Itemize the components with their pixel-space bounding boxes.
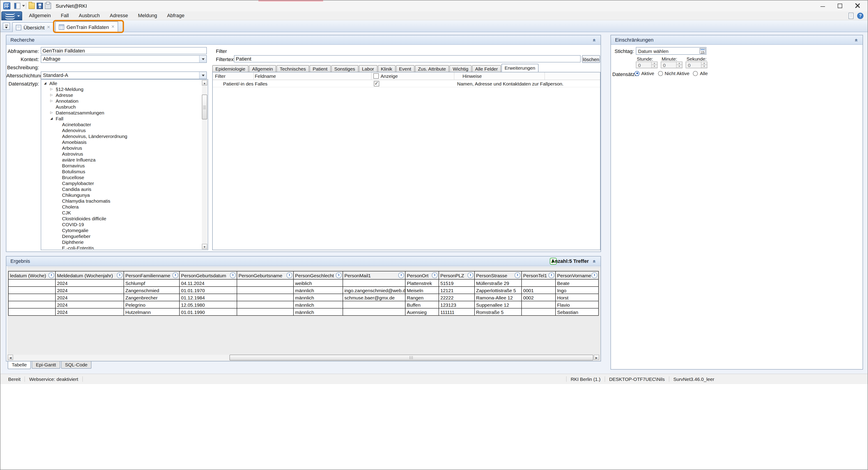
open-icon[interactable] xyxy=(29,3,35,9)
abfragename-input[interactable] xyxy=(41,47,207,54)
scroll-left-icon[interactable] xyxy=(8,355,13,360)
radio-option[interactable]: Aktive xyxy=(634,70,654,76)
cell-geburtsdatum[interactable]: 01.01.1970 xyxy=(180,287,237,294)
filter-tab[interactable]: Technisches xyxy=(277,65,309,72)
result-horizontal-scrollbar[interactable] xyxy=(8,355,599,361)
titlebar[interactable]: SurvNet@RKI xyxy=(0,0,868,11)
cell-geburtsname[interactable] xyxy=(237,301,293,308)
document-icon[interactable] xyxy=(848,13,854,19)
minimize-button[interactable] xyxy=(814,0,831,11)
tree-item[interactable]: Astrovirus xyxy=(42,151,202,157)
result-column-header[interactable]: PersonFamilienname xyxy=(124,271,180,279)
collapse-panel-icon[interactable] xyxy=(854,37,860,43)
tree-item[interactable]: Chikungunya xyxy=(42,192,202,198)
result-column-header[interactable]: PersonGeburtsname xyxy=(237,271,293,279)
cell-strasse[interactable]: Müllerstraße 29 xyxy=(474,279,522,287)
tree-item[interactable]: Annotation xyxy=(42,98,202,103)
tree-expander-icon[interactable] xyxy=(44,80,49,86)
tree-item[interactable]: Fall xyxy=(42,115,202,121)
cell-tel[interactable]: 0001 xyxy=(522,287,556,294)
cell-ort[interactable]: Rangen xyxy=(405,294,439,301)
toolbar-dropdown-caret-icon[interactable] xyxy=(22,5,25,7)
cell-vorname[interactable]: Flavio xyxy=(556,301,598,308)
scrollbar-thumb[interactable] xyxy=(229,355,593,361)
tree-item[interactable]: Alle xyxy=(42,80,202,86)
tree-item[interactable]: Botulismus xyxy=(42,168,202,174)
column-filter-icon[interactable] xyxy=(432,272,438,278)
tree-item[interactable]: Adenovirus xyxy=(42,127,202,133)
kontext-combobox[interactable]: Abfrage xyxy=(41,55,207,63)
cell-geschlecht[interactable]: männlich xyxy=(293,301,343,308)
result-column-header[interactable]: PersonGeschlecht xyxy=(293,271,343,279)
view-tab[interactable]: Epi-Gantt xyxy=(32,362,60,369)
filter-tab[interactable]: Allgemein xyxy=(249,65,276,72)
cell-ort[interactable]: Plattenstrek xyxy=(405,279,439,287)
tree-item[interactable]: Candida auris xyxy=(42,186,202,192)
cell-vorname[interactable]: Ingo xyxy=(556,287,598,294)
result-column-header[interactable]: PersonStrasse xyxy=(474,271,522,279)
tree-item[interactable]: §12-Meldung xyxy=(42,86,202,92)
cell-geschlecht[interactable]: männlich xyxy=(293,294,343,301)
tree-item[interactable]: Arbovirus xyxy=(42,145,202,151)
stepper-arrows[interactable] xyxy=(701,62,707,68)
filter-tab[interactable]: Epidemiologie xyxy=(212,65,248,72)
step-down-icon[interactable] xyxy=(677,65,682,68)
column-filter-icon[interactable] xyxy=(467,272,473,278)
result-column-header[interactable]: PersonTel1 xyxy=(522,271,556,279)
collapse-panel-icon[interactable] xyxy=(592,37,598,43)
cell-mail[interactable] xyxy=(343,279,405,287)
cell-familienname[interactable]: Pelegrino xyxy=(124,301,180,308)
datensatztyp-tree[interactable]: Alle §12-Meldung Adresse Annotat xyxy=(41,79,208,250)
cell-vorname[interactable]: Sebastian xyxy=(556,308,598,315)
cell-mail[interactable] xyxy=(343,301,405,308)
notebook-icon[interactable] xyxy=(14,3,20,9)
cell-mail[interactable]: schmuse.baer@gmx.de xyxy=(343,294,405,301)
tree-item[interactable]: Acinetobacter xyxy=(42,121,202,127)
cell-geburtsdatum[interactable]: 12.05.1980 xyxy=(180,301,237,308)
save-icon[interactable] xyxy=(37,3,43,9)
cell-geschlecht[interactable]: männlich xyxy=(293,287,343,294)
cell-meldedatum-wochenjahr[interactable]: 2024 xyxy=(56,287,124,294)
cell-meldedatum-woche[interactable] xyxy=(8,308,56,315)
tree-item[interactable]: Cholera xyxy=(42,203,202,210)
tree-item[interactable]: aviäre Influenza xyxy=(42,157,202,162)
view-tab[interactable]: Tabelle xyxy=(8,362,31,369)
menu-item[interactable]: Ausbruch xyxy=(74,11,105,20)
step-up-icon[interactable] xyxy=(677,62,682,65)
cell-vorname[interactable]: Beate xyxy=(556,279,598,287)
cell-meldedatum-wochenjahr[interactable]: 2024 xyxy=(56,301,124,308)
tree-expander-icon[interactable] xyxy=(50,98,55,103)
column-filter-icon[interactable] xyxy=(336,272,342,278)
cell-plz[interactable]: 12121 xyxy=(439,287,474,294)
result-column-header[interactable]: PersonOrt xyxy=(405,271,439,279)
tree-item[interactable]: Chlamydia trachomatis xyxy=(42,198,202,203)
cell-geburtsname[interactable] xyxy=(237,294,293,301)
sekunde-stepper[interactable]: 0 xyxy=(686,62,707,68)
scrollbar-thumb[interactable] xyxy=(202,95,207,119)
column-filter-icon[interactable] xyxy=(117,272,123,278)
cell-geburtsdatum[interactable]: 01.01.1990 xyxy=(180,308,237,315)
scroll-right-icon[interactable] xyxy=(594,355,599,360)
filter-tab[interactable]: Sonstiges xyxy=(331,65,358,72)
cell-mail[interactable]: ingo.zangenschmied@web.de xyxy=(343,287,405,294)
cell-geburtsname[interactable] xyxy=(237,279,293,287)
filter-tab[interactable]: Zus. Attribute xyxy=(415,65,449,72)
tab-list-dropdown-button[interactable] xyxy=(3,23,10,30)
column-filter-icon[interactable] xyxy=(549,272,554,278)
tree-expander-icon[interactable] xyxy=(50,86,55,92)
calendar-icon[interactable]: 15 xyxy=(700,48,706,54)
scroll-down-icon[interactable] xyxy=(202,244,207,249)
tree-expander-icon[interactable] xyxy=(50,92,55,98)
tree-item[interactable]: Amoebiasis xyxy=(42,139,202,145)
cell-ort[interactable]: Auensieg xyxy=(405,308,439,315)
cell-ort[interactable]: Buffen xyxy=(405,301,439,308)
maximize-button[interactable] xyxy=(831,0,848,11)
tab-uebersicht[interactable]: Übersicht xyxy=(12,22,54,32)
cell-meldedatum-wochenjahr[interactable]: 2024 xyxy=(56,279,124,287)
tree-item[interactable]: Ausbruch xyxy=(42,103,202,109)
close-button[interactable] xyxy=(848,0,866,11)
tree-item[interactable]: Datensatzsammlungen xyxy=(42,109,202,115)
column-filter-icon[interactable] xyxy=(230,272,236,278)
filter-tab[interactable]: Wichtig xyxy=(450,65,471,72)
column-filter-icon[interactable] xyxy=(173,272,178,278)
